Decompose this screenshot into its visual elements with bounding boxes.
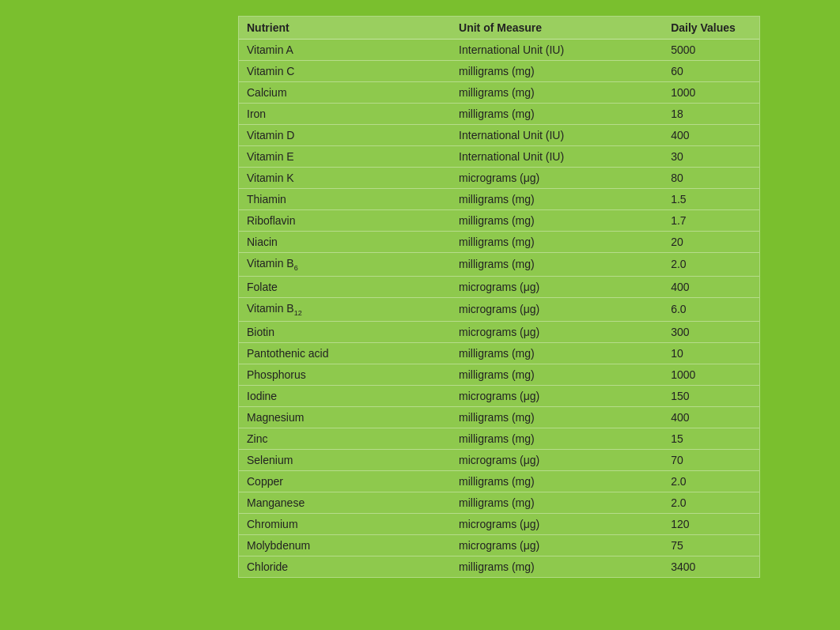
unit-of-measure: milligrams (mg)	[451, 104, 663, 125]
unit-of-measure: milligrams (mg)	[451, 82, 663, 104]
nutrient-name: Molybdenum	[239, 534, 451, 556]
table-row: Molybdenummicrograms (μg)75	[239, 534, 759, 556]
daily-value: 6.0	[663, 297, 759, 321]
table-row: Thiaminmilligrams (mg)1.5	[239, 189, 759, 210]
table-row: Zincmilligrams (mg)15	[239, 428, 759, 449]
unit-of-measure: micrograms (μg)	[451, 168, 663, 189]
table-row: Calciummilligrams (mg)1000	[239, 82, 759, 104]
nutrient-name: Calcium	[239, 82, 451, 104]
unit-of-measure: micrograms (μg)	[451, 297, 663, 321]
table-row: Coppermilligrams (mg)2.0	[239, 470, 759, 492]
unit-of-measure: milligrams (mg)	[451, 556, 663, 577]
unit-of-measure: micrograms (μg)	[451, 385, 663, 406]
table-row: Manganesemilligrams (mg)2.0	[239, 492, 759, 513]
nutrient-name: Zinc	[239, 428, 451, 449]
table-row: Chromiummicrograms (μg)120	[239, 513, 759, 534]
nutrient-name: Vitamin D	[239, 125, 451, 146]
table-row: Vitamin Kmicrograms (μg)80	[239, 168, 759, 189]
nutrient-name: Copper	[239, 470, 451, 492]
table-row: Folatemicrograms (μg)400	[239, 276, 759, 297]
daily-value: 20	[663, 232, 759, 253]
daily-value: 75	[663, 534, 759, 556]
table-row: Vitamin AInternational Unit (IU)5000	[239, 40, 759, 61]
table-row: Vitamin Cmilligrams (mg)60	[239, 61, 759, 82]
nutrient-name: Vitamin A	[239, 40, 451, 61]
nutrient-name: Biotin	[239, 321, 451, 342]
daily-value: 120	[663, 513, 759, 534]
unit-of-measure: micrograms (μg)	[451, 449, 663, 470]
table-header-row: Nutrient Unit of Measure Daily Values	[239, 17, 759, 40]
header-dv: Daily Values	[663, 17, 759, 40]
unit-of-measure: milligrams (mg)	[451, 253, 663, 277]
daily-value: 400	[663, 276, 759, 297]
table-row: Phosphorusmilligrams (mg)1000	[239, 364, 759, 385]
nutrient-name: Vitamin B12	[239, 297, 451, 321]
unit-of-measure: International Unit (IU)	[451, 146, 663, 168]
unit-of-measure: milligrams (mg)	[451, 406, 663, 428]
daily-value: 2.0	[663, 492, 759, 513]
table-row: Niacinmilligrams (mg)20	[239, 232, 759, 253]
daily-value: 2.0	[663, 470, 759, 492]
nutrient-name: Riboflavin	[239, 210, 451, 232]
table-row: Riboflavinmilligrams (mg)1.7	[239, 210, 759, 232]
unit-of-measure: micrograms (μg)	[451, 534, 663, 556]
nutrient-name: Pantothenic acid	[239, 342, 451, 364]
unit-of-measure: International Unit (IU)	[451, 40, 663, 61]
table-row: Vitamin EInternational Unit (IU)30	[239, 146, 759, 168]
daily-value: 300	[663, 321, 759, 342]
daily-value: 150	[663, 385, 759, 406]
daily-value: 3400	[663, 556, 759, 577]
daily-value: 1000	[663, 82, 759, 104]
nutrient-name: Selenium	[239, 449, 451, 470]
daily-value: 15	[663, 428, 759, 449]
daily-value: 5000	[663, 40, 759, 61]
nutrient-name: Phosphorus	[239, 364, 451, 385]
unit-of-measure: milligrams (mg)	[451, 342, 663, 364]
header-unit: Unit of Measure	[451, 17, 663, 40]
unit-of-measure: micrograms (μg)	[451, 276, 663, 297]
table-row: Vitamin B6milligrams (mg)2.0	[239, 253, 759, 277]
table-row: Iodinemicrograms (μg)150	[239, 385, 759, 406]
nutrient-name: Manganese	[239, 492, 451, 513]
table-row: Vitamin B12micrograms (μg)6.0	[239, 297, 759, 321]
nutrient-name: Folate	[239, 276, 451, 297]
nutrients-table-container: Nutrient Unit of Measure Daily Values Vi…	[238, 16, 760, 578]
nutrient-name: Thiamin	[239, 189, 451, 210]
nutrient-name: Niacin	[239, 232, 451, 253]
unit-of-measure: milligrams (mg)	[451, 492, 663, 513]
table-row: Chloridemilligrams (mg)3400	[239, 556, 759, 577]
table-row: Ironmilligrams (mg)18	[239, 104, 759, 125]
nutrient-name: Vitamin C	[239, 61, 451, 82]
daily-value: 2.0	[663, 253, 759, 277]
unit-of-measure: milligrams (mg)	[451, 428, 663, 449]
daily-value: 1.7	[663, 210, 759, 232]
daily-value: 30	[663, 146, 759, 168]
unit-of-measure: milligrams (mg)	[451, 470, 663, 492]
table-row: Magnesiummilligrams (mg)400	[239, 406, 759, 428]
nutrient-name: Chloride	[239, 556, 451, 577]
table-row: Seleniummicrograms (μg)70	[239, 449, 759, 470]
table-row: Biotinmicrograms (μg)300	[239, 321, 759, 342]
daily-value: 400	[663, 406, 759, 428]
nutrient-name: Vitamin E	[239, 146, 451, 168]
nutrient-name: Vitamin B6	[239, 253, 451, 277]
daily-value: 18	[663, 104, 759, 125]
unit-of-measure: milligrams (mg)	[451, 210, 663, 232]
table-row: Pantothenic acidmilligrams (mg)10	[239, 342, 759, 364]
nutrient-name: Iron	[239, 104, 451, 125]
unit-of-measure: milligrams (mg)	[451, 364, 663, 385]
header-nutrient: Nutrient	[239, 17, 451, 40]
unit-of-measure: micrograms (μg)	[451, 321, 663, 342]
daily-value: 70	[663, 449, 759, 470]
nutrients-table: Nutrient Unit of Measure Daily Values Vi…	[239, 17, 759, 577]
unit-of-measure: milligrams (mg)	[451, 232, 663, 253]
nutrient-name: Iodine	[239, 385, 451, 406]
daily-value: 80	[663, 168, 759, 189]
unit-of-measure: milligrams (mg)	[451, 189, 663, 210]
daily-value: 10	[663, 342, 759, 364]
daily-value: 400	[663, 125, 759, 146]
nutrient-name: Magnesium	[239, 406, 451, 428]
nutrient-name: Vitamin K	[239, 168, 451, 189]
daily-value: 1000	[663, 364, 759, 385]
unit-of-measure: micrograms (μg)	[451, 513, 663, 534]
